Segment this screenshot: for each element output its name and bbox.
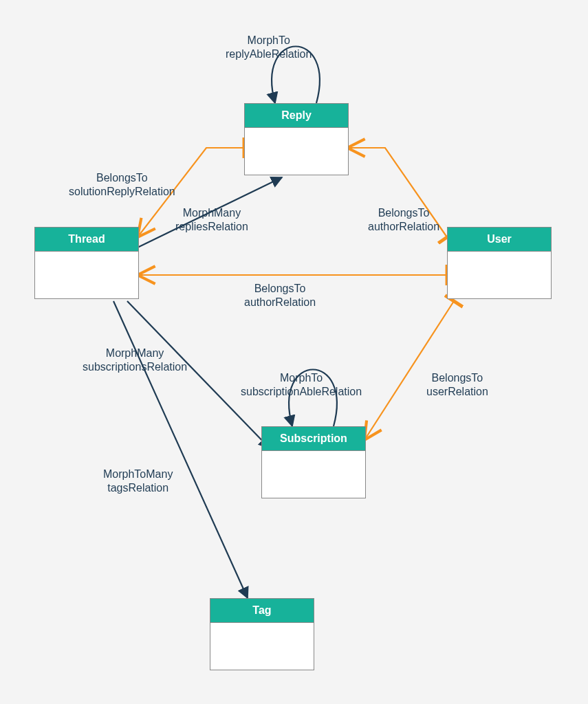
edge-subscription-user (364, 301, 454, 440)
entity-thread-body (35, 252, 138, 298)
label-solution-reply: BelongsTo solutionReplyRelation (69, 171, 175, 199)
label-reply-author: BelongsTo authorRelation (368, 206, 439, 234)
entity-reply-header: Reply (245, 104, 348, 128)
entity-user-header: User (448, 228, 551, 252)
label-reply-self: MorphTo replyAbleRelation (226, 34, 312, 61)
entity-reply-body (245, 128, 348, 175)
label-thread-author: BelongsTo authorRelation (244, 282, 316, 309)
entity-user[interactable]: User (447, 227, 552, 299)
edge-tags (113, 301, 248, 598)
entity-reply[interactable]: Reply (244, 103, 349, 175)
entity-subscription-body (262, 451, 365, 498)
label-subscriptions: MorphMany subscriptionsRelation (83, 346, 187, 374)
entity-thread[interactable]: Thread (34, 227, 139, 299)
diagram-canvas: Thread Reply User Subscription Tag Morph… (0, 0, 588, 704)
entity-subscription-header: Subscription (262, 427, 365, 451)
label-subscription-self: MorphTo subscriptionAbleRelation (241, 371, 362, 399)
entity-tag-header: Tag (210, 599, 314, 623)
entity-thread-header: Thread (35, 228, 138, 252)
entity-user-body (448, 252, 551, 298)
entity-subscription[interactable]: Subscription (261, 426, 366, 498)
entity-tag[interactable]: Tag (210, 598, 314, 670)
entity-tag-body (210, 623, 314, 670)
label-tags: MorphToMany tagsRelation (103, 468, 173, 495)
label-subscription-user: BelongsTo userRelation (426, 371, 488, 399)
label-replies: MorphMany repliesRelation (175, 206, 248, 234)
